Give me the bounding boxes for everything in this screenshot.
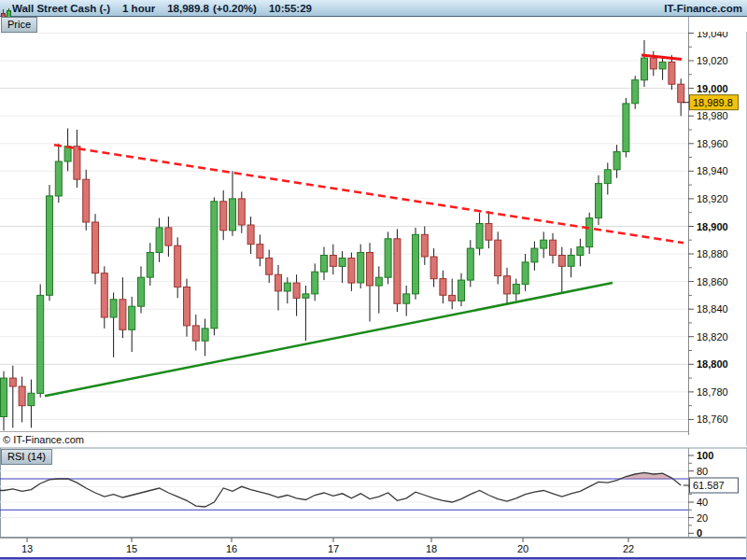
svg-text:18,780: 18,780	[697, 386, 728, 398]
rsi-tab[interactable]: RSI (14)	[1, 449, 52, 465]
svg-text:18,840: 18,840	[697, 303, 728, 315]
rsi-chart-canvas[interactable]: 02040608010061.58713151617182022	[0, 447, 747, 560]
svg-text:18,920: 18,920	[697, 193, 728, 204]
svg-text:18,760: 18,760	[697, 413, 728, 425]
instrument-name: Wall Street Cash (-)	[12, 3, 110, 14]
time-axis[interactable]: 13151617182022	[0, 538, 747, 557]
svg-text:80: 80	[697, 466, 708, 477]
candle	[47, 185, 53, 301]
svg-text:18,880: 18,880	[697, 248, 728, 259]
svg-text:18,940: 18,940	[697, 165, 728, 176]
svg-text:22: 22	[623, 543, 634, 554]
svg-text:20: 20	[517, 543, 529, 554]
svg-text:17: 17	[328, 543, 339, 554]
candle	[211, 197, 218, 335]
window-bottom-edge	[0, 557, 747, 560]
svg-text:18,900: 18,900	[697, 221, 728, 232]
svg-text:18: 18	[426, 543, 437, 554]
candle	[394, 229, 401, 312]
price-tab[interactable]: Price	[1, 17, 37, 33]
svg-text:40: 40	[697, 497, 708, 508]
svg-text:18,980: 18,980	[697, 110, 728, 121]
svg-text:19,040: 19,040	[697, 32, 728, 39]
brand-logo: IT-Finance.com	[664, 3, 742, 14]
clock: 10:55:29	[269, 3, 312, 14]
axis-separator	[688, 17, 689, 32]
candle	[413, 228, 419, 300]
svg-text:18,989.8: 18,989.8	[693, 97, 733, 108]
candle	[623, 98, 629, 158]
last-price-badge: 18,989.8	[683, 95, 739, 110]
svg-text:16: 16	[226, 543, 237, 554]
candle	[495, 231, 501, 284]
rsi-value-box: 61.587	[684, 478, 739, 493]
svg-text:19,020: 19,020	[697, 55, 728, 66]
trading-app-window: Wall Street Cash (-) 1 hour 18,989.8 (+0…	[0, 0, 747, 560]
candle	[385, 231, 391, 284]
svg-text:18,960: 18,960	[697, 138, 728, 149]
svg-text:20: 20	[697, 512, 708, 524]
svg-text:18,800: 18,800	[697, 358, 728, 370]
window-titlebar: Wall Street Cash (-) 1 hour 18,989.8 (+0…	[0, 0, 747, 17]
svg-text:15: 15	[126, 543, 137, 554]
svg-text:18,820: 18,820	[697, 331, 728, 343]
last-price-text: 18,989.8	[167, 3, 209, 14]
svg-text:13: 13	[21, 543, 33, 554]
timeframe-label: 1 hour	[122, 3, 155, 14]
change-percent: (+0.20%)	[213, 3, 257, 14]
price-chart-canvas[interactable]: 18,76018,78018,80018,82018,84018,86018,8…	[0, 32, 747, 446]
candle	[37, 285, 44, 398]
svg-text:100: 100	[697, 450, 713, 461]
svg-text:19,000: 19,000	[697, 83, 728, 94]
svg-text:0: 0	[697, 527, 702, 539]
svg-text:18,860: 18,860	[697, 276, 728, 287]
watermark: © IT-Finance.com	[3, 434, 84, 445]
svg-text:61.587: 61.587	[693, 480, 725, 491]
